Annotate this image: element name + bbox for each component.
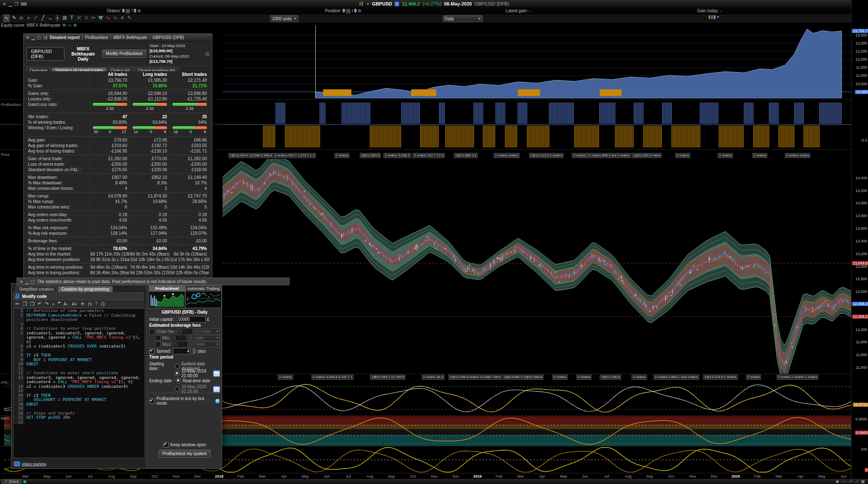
initial-capital-input[interactable]: [177, 316, 206, 323]
order-label[interactable]: 2 orders 157.7 17.9: [413, 153, 445, 158]
spread-stepper[interactable]: ▲▼: [192, 348, 196, 354]
order-fee-unit-select[interactable]: £ / order▾: [195, 328, 220, 335]
tab-simplified-creation[interactable]: Simplified creation: [16, 286, 57, 292]
end-datetime-radio[interactable]: [175, 387, 180, 392]
order-label[interactable]: 2 orders: [632, 375, 647, 380]
order-label[interactable]: 2 orders: [675, 153, 690, 158]
close-icon[interactable]: ✕: [19, 279, 23, 284]
keep-open-checkbox[interactable]: [163, 442, 169, 448]
realtime-date-radio[interactable]: [176, 378, 181, 383]
comment-icon[interactable]: ❞: [58, 301, 60, 307]
restore-icon[interactable]: ▢: [31, 279, 34, 284]
order-label[interactable]: 2 orders: [746, 375, 761, 380]
tab-creation-by-programming[interactable]: Creation by programming: [58, 286, 113, 292]
order-label[interactable]: 2 orders: [553, 375, 568, 380]
zoom-out-icon[interactable]: ⌕−: [842, 479, 846, 484]
order-fee-input[interactable]: [178, 328, 193, 335]
video-training-link[interactable]: Video training: [14, 462, 46, 466]
redo-icon[interactable]: ↷: [45, 301, 49, 307]
position-settings-icon[interactable]: ⚙: [358, 8, 362, 13]
cross-line-tool-icon[interactable]: ┼: [55, 14, 60, 22]
delete-drawing-tool-icon[interactable]: ⤫: [76, 14, 82, 22]
parallel-lines-tool-icon[interactable]: ≡: [120, 14, 125, 22]
min-fee-checkbox[interactable]: [155, 335, 161, 341]
font-increase-icon[interactable]: A+: [72, 302, 77, 306]
close-position-icon[interactable]: ✕: [346, 9, 351, 14]
orders-settings-icon[interactable]: ⚙: [137, 8, 141, 13]
max-fee-unit-select[interactable]: £ / order▾: [189, 341, 220, 348]
share-button[interactable]: ↱ Share: [2, 479, 22, 484]
order-label[interactable]: 2 orders 3,158.4: [384, 153, 411, 158]
pencil-tool-icon[interactable]: ✎: [11, 14, 17, 22]
order-label[interactable]: 2 orders: [576, 375, 591, 380]
minimize-icon[interactable]: ▁: [25, 279, 28, 284]
chevron-down-icon[interactable]: ▼: [366, 2, 370, 6]
text-tool-icon[interactable]: T: [69, 14, 75, 22]
order-label[interactable]: 2 orders orders: [785, 153, 810, 158]
order-label[interactable]: 2 orders 2,806.1 1ers orders: [654, 375, 699, 380]
functions-icon[interactable]: ƒx: [88, 302, 92, 306]
horizontal-line-tool-icon[interactable]: ↔: [47, 14, 53, 22]
spread-input[interactable]: [173, 348, 191, 354]
close-icon[interactable]: ✕: [26, 35, 29, 40]
order-label[interactable]: 2 orders: [718, 153, 733, 158]
time-axis[interactable]: MarMayJunJulAugSepOctNovDec2018FebMarApr…: [0, 474, 868, 479]
window-icon[interactable]: ▭: [68, 23, 72, 28]
order-label[interactable]: 1@12,136.8: [600, 375, 621, 380]
order-label[interactable]: 2 orders 26.3: [422, 375, 444, 380]
order-label[interactable]: 2 orders 2 orders 1 orders: [777, 375, 819, 380]
paste-icon[interactable]: ❒: [30, 301, 35, 307]
order-label[interactable]: 2 orders 3,008.8 3,142.7 1: [312, 375, 354, 380]
tick-mode-checkbox[interactable]: [149, 398, 155, 404]
symbol-label[interactable]: GBPUSD: [372, 1, 392, 6]
units-dropdown[interactable]: 1000 units▼: [270, 15, 298, 22]
zigzag-green-tool-icon[interactable]: ∿: [112, 14, 118, 22]
min-fee-unit-select[interactable]: £ / order▾: [188, 335, 220, 341]
zoom-in-icon[interactable]: ⌕+: [849, 479, 853, 484]
equity-curve-chart[interactable]: [223, 25, 851, 98]
report-titlebar[interactable]: ✕▁▢ Detailed report|ProBacktest|MBFX Bel…: [24, 34, 212, 42]
min-fee-input[interactable]: [172, 335, 186, 341]
order-label[interactable]: 1@12,583.5: [360, 153, 381, 158]
column-header[interactable]: Long trades: [130, 71, 170, 78]
positions-chart[interactable]: [223, 100, 851, 149]
order-label[interactable]: 1@13,351.5 rders: [632, 153, 662, 158]
alert-bell-icon[interactable]: ⍾: [19, 14, 24, 22]
cancel-orders-icon[interactable]: ✕: [125, 9, 130, 14]
hint-bulb-icon[interactable]: ☀: [80, 301, 85, 307]
help-icon[interactable]: ?: [95, 301, 98, 307]
info-icon[interactable]: i: [395, 2, 399, 6]
order-fee-checkbox[interactable]: [149, 329, 155, 334]
pointer-tool-icon[interactable]: ↖: [3, 14, 10, 22]
close-icon[interactable]: ⊗: [73, 23, 77, 28]
calendar-icon[interactable]: [213, 370, 220, 377]
chart-edit-tool-icon[interactable]: ✎: [127, 14, 132, 22]
modify-probacktest-button[interactable]: Modify ProBacktest: [102, 50, 146, 58]
order-label[interactable]: 1@13,403.9 13,048.5 348.8: [228, 153, 273, 158]
fullscreen-icon[interactable]: ⤢: [855, 479, 858, 484]
search-icon[interactable]: ⌕: [52, 301, 55, 307]
order-label[interactable]: 1@13,099.5 orders 13,268.7 ders: [448, 375, 502, 380]
column-header[interactable]: Short trades: [170, 71, 209, 78]
undo-icon[interactable]: ↶: [38, 301, 42, 307]
price-scale-column[interactable]: 13,50013,00012,50012,00011,50011,00010,5…: [851, 0, 868, 484]
order-label[interactable]: 2 orders: [752, 153, 767, 158]
max-fee-input[interactable]: [173, 341, 188, 348]
calendar-icon[interactable]: [213, 386, 220, 392]
order-label[interactable]: 2 orders: [278, 375, 293, 380]
order-label[interactable]: 1@13,123.9 1 orders: [703, 375, 737, 380]
order-label[interactable]: 1@12,312.5 2 orders: [529, 153, 563, 158]
scissors-tool-icon[interactable]: ✂: [91, 14, 96, 22]
order-label[interactable]: 2 orders 942.7 1,074.1 1.2: [274, 153, 316, 158]
indicators-button[interactable]: ▼: [709, 15, 720, 19]
order-label[interactable]: 2 orders 895.2 ars 2 orders: [587, 153, 631, 158]
print-icon[interactable]: ⎙: [205, 51, 209, 57]
zoom-tool-icon[interactable]: ⌕: [26, 14, 31, 22]
timeframe-dropdown[interactable]: Daily▼: [443, 15, 483, 22]
cut-icon[interactable]: ✂: [15, 301, 19, 307]
tab-probacktest[interactable]: ProBacktest: [149, 285, 185, 308]
spread-checkbox[interactable]: [149, 348, 155, 354]
chart-window-tool-icon[interactable]: ⊞: [62, 14, 67, 22]
run-probacktest-button[interactable]: ProBacktest my system: [159, 450, 210, 458]
order-label[interactable]: 2 orders: [572, 153, 587, 158]
